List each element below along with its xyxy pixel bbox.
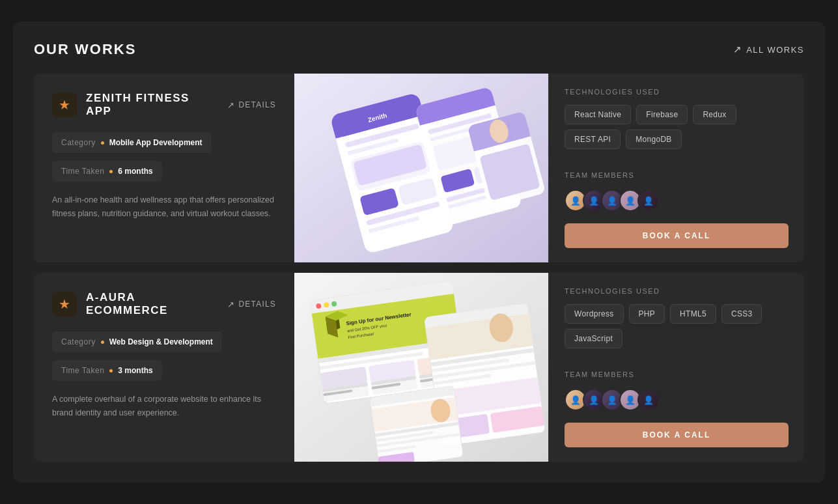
card-desc-aura: A complete overhaul of a corporate websi… <box>52 393 276 419</box>
card-desc-zenith: An all-in-one health and wellness app th… <box>52 193 276 220</box>
all-works-label: ALL WORKS <box>746 45 804 55</box>
card-title-zenith: ZENITH FITNESS APP <box>86 92 218 118</box>
team-avatars-aura: 👤 👤 👤 👤 👤 <box>565 389 660 411</box>
tech-section-aura: TECHNOLOGIES USED Wordpress PHP HTML5 CS… <box>565 287 789 356</box>
category-label-aura: Category <box>61 337 96 346</box>
team-label-aura: TEAM MEMBERS <box>565 371 789 378</box>
star-icon-zenith: ★ <box>52 92 77 117</box>
tech-tag-php: PHP <box>629 304 665 324</box>
tech-label-zenith: TECHNOLOGIES USED <box>565 88 789 96</box>
work-card-aura: ★ A-AURA ECOMMERCE ↗ DETAILS Category We… <box>34 273 804 462</box>
team-label-zenith: TEAM MEMBERS <box>565 171 789 179</box>
tech-tags-aura: Wordpress PHP HTML5 CSS3 JavaScript <box>565 304 789 348</box>
tech-tag-javascript: JavaScript <box>565 329 622 348</box>
team-row-zenith: 👤 👤 👤 👤 👤 <box>565 189 789 212</box>
category-value-zenith: Mobile App Development <box>109 138 203 147</box>
time-label-aura: Time Taken <box>61 366 104 375</box>
details-label-aura: DETAILS <box>238 300 276 309</box>
tech-tag-wordpress: Wordpress <box>565 304 624 324</box>
category-value-aura: Web Design & Development <box>109 337 213 346</box>
fitness-mockup: Zenith <box>294 74 548 262</box>
tech-tag-html5: HTML5 <box>670 304 716 324</box>
page-title: OUR WORKS <box>34 41 136 58</box>
time-row-aura: Time Taken 3 months <box>52 360 162 381</box>
tech-label-aura: TECHNOLOGIES USED <box>565 287 789 295</box>
main-container: OUR WORKS ↗ ALL WORKS ★ ZENITH FITNESS A… <box>13 21 825 483</box>
tech-tags-zenith: React Native Firebase Redux REST API Mon… <box>565 105 789 149</box>
works-grid: ★ ZENITH FITNESS APP ↗ DETAILS Category … <box>34 74 804 462</box>
ecommerce-mockup: Sign Up for our Newsletter and Get 20% O… <box>294 273 548 462</box>
time-value-zenith: 6 months <box>118 167 152 176</box>
card-right-zenith: TECHNOLOGIES USED React Native Firebase … <box>548 74 804 262</box>
card-title-row-zenith: ★ ZENITH FITNESS APP ↗ DETAILS <box>52 92 276 118</box>
book-call-button-aura[interactable]: BOOK A CALL <box>565 423 789 447</box>
card-title-aura: A-AURA ECOMMERCE <box>86 291 218 317</box>
category-label-zenith: Category <box>61 138 96 147</box>
time-dot-zenith <box>109 170 113 173</box>
tech-tag-react-native: React Native <box>565 105 631 124</box>
work-card-zenith: ★ ZENITH FITNESS APP ↗ DETAILS Category … <box>34 74 804 262</box>
time-label-zenith: Time Taken <box>61 167 104 176</box>
card-image-zenith: Zenith <box>294 74 548 262</box>
details-arrow-icon-aura: ↗ <box>227 300 235 309</box>
card-title-row-aura: ★ A-AURA ECOMMERCE ↗ DETAILS <box>52 291 276 317</box>
team-section-zenith: TEAM MEMBERS 👤 👤 👤 👤 👤 BOOK A CALL <box>565 171 789 248</box>
team-row-aura: 👤 👤 👤 👤 👤 <box>565 389 789 411</box>
details-link-aura[interactable]: ↗ DETAILS <box>227 300 276 309</box>
all-works-arrow-icon: ↗ <box>733 44 743 55</box>
details-arrow-icon-zenith: ↗ <box>227 100 235 110</box>
tech-tag-rest-api: REST API <box>565 130 621 149</box>
details-label-zenith: DETAILS <box>238 100 276 109</box>
time-dot-aura <box>109 369 113 372</box>
avatar-5-aura: 👤 <box>637 389 660 411</box>
category-dot-zenith <box>101 141 104 145</box>
avatar-5-zenith: 👤 <box>637 189 660 212</box>
star-icon-aura: ★ <box>52 292 77 316</box>
card-left-aura: ★ A-AURA ECOMMERCE ↗ DETAILS Category We… <box>34 273 294 462</box>
card-left-zenith: ★ ZENITH FITNESS APP ↗ DETAILS Category … <box>34 74 294 262</box>
tech-tag-css3: CSS3 <box>721 304 762 324</box>
page-header: OUR WORKS ↗ ALL WORKS <box>34 41 804 58</box>
card-right-aura: TECHNOLOGIES USED Wordpress PHP HTML5 CS… <box>548 273 804 462</box>
category-row-aura: Category Web Design & Development <box>52 331 222 352</box>
details-link-zenith[interactable]: ↗ DETAILS <box>227 100 276 110</box>
card-image-aura: Sign Up for our Newsletter and Get 20% O… <box>294 273 548 462</box>
all-works-link[interactable]: ↗ ALL WORKS <box>733 44 804 55</box>
ecommerce-mockup-svg: Sign Up for our Newsletter and Get 20% O… <box>294 273 548 462</box>
fitness-mockup-svg: Zenith <box>294 74 548 262</box>
tech-section-zenith: TECHNOLOGIES USED React Native Firebase … <box>565 88 789 157</box>
team-avatars-zenith: 👤 👤 👤 👤 👤 <box>565 189 660 212</box>
team-section-aura: TEAM MEMBERS 👤 👤 👤 👤 👤 BOOK A CALL <box>565 371 789 447</box>
time-value-aura: 3 months <box>118 366 152 375</box>
tech-tag-firebase: Firebase <box>636 105 688 124</box>
tech-tag-redux: Redux <box>693 105 736 124</box>
tech-tag-mongodb: MongoDB <box>626 130 681 149</box>
time-row-zenith: Time Taken 6 months <box>52 161 162 182</box>
book-call-button-zenith[interactable]: BOOK A CALL <box>565 223 789 248</box>
category-dot-aura <box>101 341 104 344</box>
category-row-zenith: Category Mobile App Development <box>52 132 212 153</box>
